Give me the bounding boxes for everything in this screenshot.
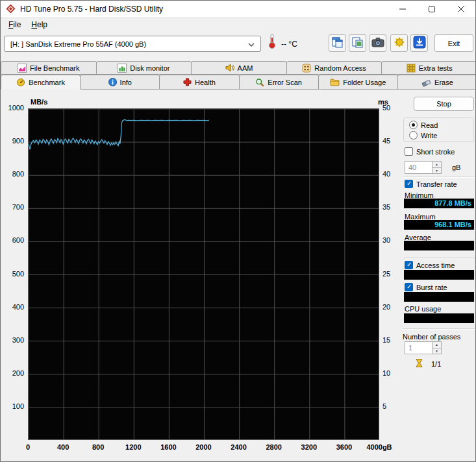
spin-up-button[interactable]: ▲ [432,161,442,168]
y-axis-tick-right: 35 [382,203,402,211]
tab-label: Disk monitor [130,64,169,72]
tab-health[interactable]: Health [159,75,239,90]
y-axis-tick-left: 1000 [1,104,24,112]
save-button[interactable] [410,34,428,52]
copy-info-button[interactable] [329,34,346,52]
short-stroke-checkbox[interactable] [405,147,413,156]
short-stroke-row: Short stroke [405,147,455,156]
transfer-rate-row: Transfer rate [405,180,457,188]
tab-label: Extra tests [419,64,453,72]
y-axis-tick-left: 900 [1,137,24,145]
y-axis-unit-left: MB/s [31,98,47,106]
access-time-label: Access time [416,261,455,269]
y-axis-tick-left: 600 [1,236,24,244]
tab-label: Folder Usage [343,79,386,86]
health-cross-icon [183,78,192,86]
read-option: Read [409,121,438,129]
info-icon [108,78,117,86]
copy-image-button[interactable] [349,34,366,52]
burst-rate-checkbox[interactable] [405,283,413,291]
access-time-row: Access time [405,261,455,269]
x-axis-tick: 3600 [325,443,364,451]
maximize-button[interactable] [417,1,446,18]
menu-help[interactable]: Help [26,19,53,30]
benchmark-gauge-icon [16,78,25,87]
passes-spinner: 1 ▲ ▼ [405,341,442,354]
burst-rate-row: Burst rate [405,283,447,291]
transfer-rate-checkbox[interactable] [405,180,413,188]
tab-page-benchmark: MB/s ms 10052001030015400205002560030700… [1,89,475,461]
tab-label: Benchmark [29,79,65,86]
write-radio[interactable] [409,131,418,140]
tab-folder-usage[interactable]: Folder Usage [318,75,398,90]
y-axis-tick-right: 45 [382,137,402,145]
camera-icon [371,37,384,49]
minimize-button[interactable] [388,1,417,18]
maximum-value: 968.1 MB/s [404,220,474,230]
short-stroke-value[interactable]: 40 [405,161,432,174]
disk-monitor-icon [118,64,127,73]
tab-info[interactable]: Info [80,75,160,90]
y-axis-tick-right: 30 [382,236,402,244]
exit-button[interactable]: Exit [434,34,473,52]
separator [403,328,475,329]
spin-down-button[interactable]: ▼ [432,168,442,175]
x-axis-tick: 2000 [184,443,223,451]
x-axis-tick: 800 [79,443,118,451]
write-label: Write [421,132,437,140]
tab-row-secondary: File Benchmark Disk monitor AAM Random A… [1,61,476,75]
stop-button[interactable]: Stop [414,97,474,111]
file-benchmark-icon [18,64,27,73]
chevron-down-icon [248,40,255,48]
progress-icon [415,358,423,369]
read-write-group: Read Write [403,117,474,142]
x-axis-tick: 4000gB [360,443,399,451]
y-axis-tick-right: 50 [382,104,402,112]
tab-label: File Benchmark [30,64,79,72]
y-axis-tick-right: 5 [382,402,402,410]
y-axis-tick-left: 100 [1,402,24,410]
folder-icon [330,78,340,86]
close-button[interactable] [446,1,475,18]
app-window: HD Tune Pro 5.75 - Hard Disk/SSD Utility… [0,0,476,462]
passes-value[interactable]: 1 [405,341,432,354]
tab-error-scan[interactable]: Error Scan [239,75,319,90]
tab-disk-monitor[interactable]: Disk monitor [96,61,192,75]
average-value [404,241,474,250]
copy-info-icon [331,36,344,51]
results-button[interactable] [390,34,408,52]
eraser-icon [421,78,431,87]
tab-label: Info [120,79,132,86]
menu-file[interactable]: File [3,19,26,30]
tab-label: Health [195,79,216,86]
toolbar: [H: ] SanDisk Extreme Pro 55AF (4000 gB)… [1,31,475,57]
short-stroke-spinner: 40 ▲ ▼ [405,161,442,174]
y-axis-tick-left: 400 [1,303,24,311]
magnifier-icon [255,78,264,87]
spin-down-button[interactable]: ▼ [432,348,442,355]
drive-select[interactable]: [H: ] SanDisk Extreme Pro 55AF (4000 gB) [4,36,261,52]
minimum-value: 877.8 MB/s [404,199,474,208]
app-icon [6,4,16,14]
tab-file-benchmark[interactable]: File Benchmark [1,61,97,75]
titlebar: HD Tune Pro 5.75 - Hard Disk/SSD Utility [1,1,475,18]
tab-label: Erase [434,79,453,86]
results-icon [394,36,405,50]
tab-benchmark[interactable]: Benchmark [1,75,81,90]
y-axis-tick-right: 10 [382,369,402,377]
x-axis-tick: 2400 [219,443,258,451]
cpu-usage-label: CPU usage [405,305,441,313]
extra-tests-icon [407,64,416,73]
passes-spin-buttons: ▲ ▼ [432,341,442,354]
access-time-checkbox[interactable] [405,261,413,269]
tab-erase[interactable]: Erase [397,75,476,90]
tab-extra-tests[interactable]: Extra tests [381,61,476,75]
spin-up-button[interactable]: ▲ [432,341,442,348]
read-radio[interactable] [409,121,418,129]
tab-aam[interactable]: AAM [191,61,287,75]
screenshot-button[interactable] [369,34,386,52]
tab-label: Random Access [314,64,366,72]
access-time-value [404,270,474,280]
x-axis-tick: 1200 [114,443,153,451]
tab-random-access[interactable]: Random Access [286,61,382,75]
